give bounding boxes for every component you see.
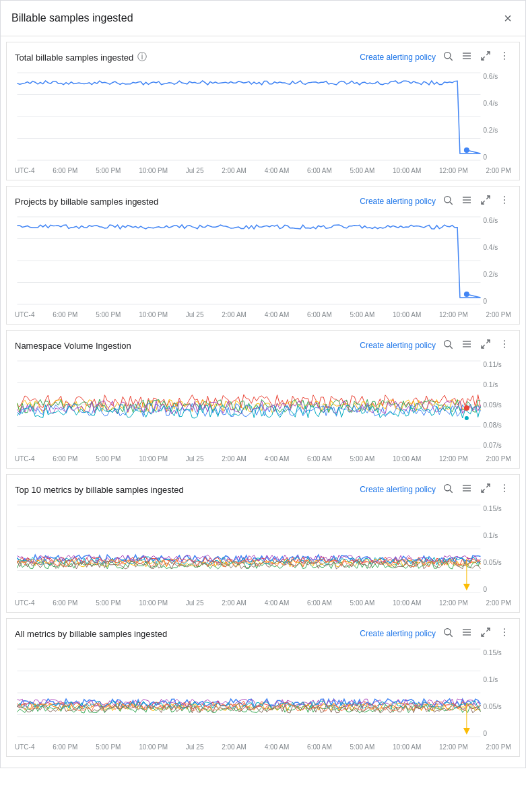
chart-area-projects-billable: 0.6/s0.4/s0.2/s0 [7,213,519,310]
svg-text:0: 0 [484,586,488,593]
x-axis-label: 12:00 PM [439,455,468,463]
x-axis-label: UTC-4 [15,455,34,463]
svg-text:0.15/s: 0.15/s [484,505,502,512]
x-axis-label: 10:00 AM [393,167,421,174]
x-axis-label: 12:00 PM [439,311,468,318]
svg-point-83 [445,629,451,635]
x-axis-label: 5:00 PM [96,311,121,318]
x-axis-label: 5:00 PM [96,455,121,463]
x-axis-label: 2:00 AM [222,743,246,751]
close-button[interactable]: × [501,9,515,28]
more-icon[interactable] [498,481,511,498]
legend-icon[interactable] [460,337,473,353]
x-axis-label: 4:00 AM [265,743,290,751]
x-axis-label: 4:00 AM [265,311,290,318]
svg-point-60 [464,405,469,411]
x-axis-label: 6:00 AM [307,599,332,607]
legend-icon[interactable] [460,49,473,65]
dialog-title: Billable samples ingested [11,12,133,24]
fullscreen-icon[interactable] [479,49,492,65]
more-icon[interactable] [498,49,511,65]
svg-line-68 [482,489,485,492]
svg-text:0.05/s: 0.05/s [484,559,502,566]
x-axis-label: 2:00 PM [486,311,511,318]
svg-point-69 [504,484,505,485]
svg-point-70 [504,487,505,489]
svg-line-89 [482,633,485,636]
chart-footer-top10-metrics: UTC-46:00 PM5:00 PM10:00 PMJul 252:00 AM… [7,598,519,612]
chart-title-projects-billable: Projects by billable samples ingested [15,197,158,207]
x-axis-label: 10:00 PM [139,167,168,174]
chart-title-total-billable: Total billable samples ingested [15,53,133,63]
svg-text:0.07/s: 0.07/s [484,442,502,449]
x-axis-label: 6:00 PM [53,455,77,463]
svg-point-92 [504,635,505,636]
chart-footer-all-metrics: UTC-46:00 PM5:00 PM10:00 PMJul 252:00 AM… [7,742,519,756]
svg-text:0: 0 [484,298,488,305]
search-icon[interactable] [441,337,455,353]
info-icon[interactable]: ⓘ [137,51,147,63]
svg-text:0.1/s: 0.1/s [484,676,498,683]
x-axis-label: UTC-4 [15,311,34,318]
svg-line-84 [450,634,453,637]
legend-icon[interactable] [460,481,473,498]
chart-area-namespace-volume: 0.11/s0.1/s0.09/s0.08/s0.07/s [7,358,519,454]
svg-text:0.6/s: 0.6/s [484,217,498,224]
more-icon[interactable] [498,193,511,209]
svg-line-88 [486,628,490,632]
svg-point-0 [445,53,451,59]
x-axis-label: 5:00 PM [96,743,121,751]
search-icon[interactable] [441,193,455,209]
create-alert-link-namespace-volume[interactable]: Create alerting policy [360,341,436,350]
chart-panel-top10-metrics: Top 10 metrics by billable samples inges… [6,474,520,613]
svg-point-29 [504,203,505,204]
more-icon[interactable] [498,625,511,642]
chart-header-all-metrics: All metrics by billable samples ingested… [7,619,519,646]
search-icon[interactable] [441,481,455,498]
chart-header-top10-metrics: Top 10 metrics by billable samples inges… [7,475,519,502]
x-axis-label: 2:00 AM [222,599,246,607]
legend-icon[interactable] [460,625,473,642]
svg-text:0.09/s: 0.09/s [484,401,502,409]
x-axis-label: 5:00 PM [96,599,121,607]
svg-line-41 [450,346,453,349]
create-alert-link-all-metrics[interactable]: Create alerting policy [360,629,436,638]
fullscreen-icon[interactable] [479,481,492,498]
fullscreen-icon[interactable] [479,337,492,353]
create-alert-link-top10-metrics[interactable]: Create alerting policy [360,485,436,494]
x-axis-label: Jul 25 [186,167,204,174]
svg-marker-82 [463,584,470,590]
svg-line-5 [486,52,490,55]
x-axis-label: UTC-4 [15,743,34,751]
fullscreen-icon[interactable] [479,193,492,209]
x-axis-label: 4:00 AM [265,455,290,463]
x-axis-label: 6:00 PM [53,167,77,174]
chart-header-namespace-volume: Namespace Volume IngestionCreate alertin… [7,331,519,358]
create-alert-link-total-billable[interactable]: Create alerting policy [360,53,436,62]
fullscreen-icon[interactable] [479,625,492,642]
svg-point-90 [504,628,505,630]
x-axis-label: 10:00 PM [139,311,168,318]
svg-point-62 [445,485,451,491]
svg-point-20 [445,197,451,203]
svg-text:0.05/s: 0.05/s [484,703,502,710]
svg-point-7 [504,52,505,53]
search-icon[interactable] [441,625,455,642]
svg-line-45 [486,340,490,343]
billable-samples-dialog: Billable samples ingested × Total billab… [0,0,526,768]
x-axis-label: 6:00 AM [307,455,332,463]
x-axis-label: 6:00 AM [307,743,332,751]
svg-line-6 [482,57,485,60]
x-axis-label: 2:00 AM [222,311,246,318]
svg-text:0.15/s: 0.15/s [484,649,502,656]
more-icon[interactable] [498,337,511,353]
svg-point-8 [504,55,505,57]
x-axis-label: 6:00 AM [307,311,332,318]
chart-title-top10-metrics: Top 10 metrics by billable samples inges… [15,485,184,495]
search-icon[interactable] [441,49,455,65]
svg-line-25 [486,196,490,199]
dialog-header: Billable samples ingested × [1,1,525,36]
legend-icon[interactable] [460,193,473,209]
svg-text:0.4/s: 0.4/s [484,100,498,107]
create-alert-link-projects-billable[interactable]: Create alerting policy [360,197,436,206]
